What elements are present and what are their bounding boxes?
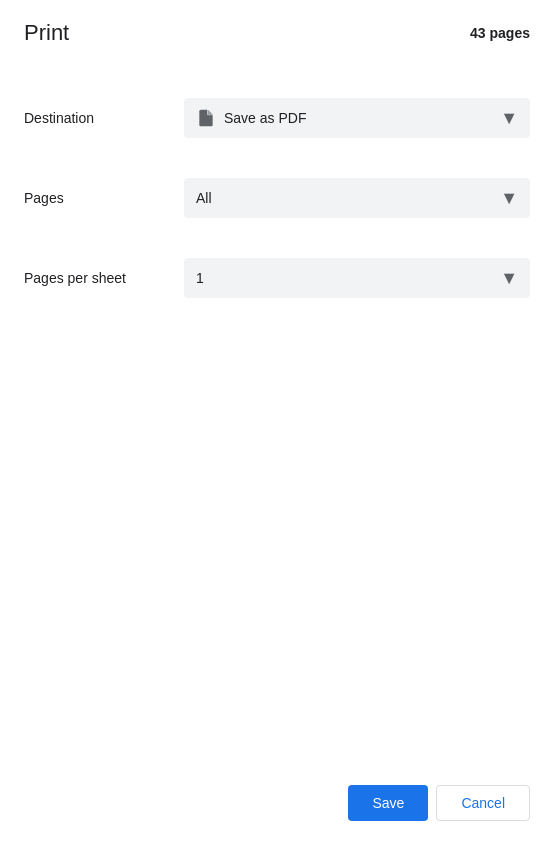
- pages-row: Pages All ▼: [24, 158, 530, 238]
- destination-value: Save as PDF: [224, 110, 492, 126]
- pages-dropdown[interactable]: All ▼: [184, 178, 530, 218]
- pages-per-sheet-label: Pages per sheet: [24, 270, 184, 286]
- destination-row: Destination Save as PDF ▼: [24, 78, 530, 158]
- pages-per-sheet-dropdown-arrow: ▼: [500, 268, 518, 289]
- pages-per-sheet-row: Pages per sheet 1 ▼: [24, 238, 530, 318]
- pages-per-sheet-value: 1: [196, 270, 500, 286]
- print-form: Destination Save as PDF ▼ Pages All ▼: [24, 78, 530, 318]
- save-button[interactable]: Save: [348, 785, 428, 821]
- pages-dropdown-arrow: ▼: [500, 188, 518, 209]
- pages-per-sheet-dropdown[interactable]: 1 ▼: [184, 258, 530, 298]
- destination-label: Destination: [24, 110, 184, 126]
- destination-dropdown[interactable]: Save as PDF ▼: [184, 98, 530, 138]
- pdf-icon: [196, 108, 216, 128]
- cancel-button[interactable]: Cancel: [436, 785, 530, 821]
- print-footer: Save Cancel: [348, 785, 530, 821]
- page-count: 43 pages: [470, 25, 530, 41]
- print-dialog: Print 43 pages Destination Save as PDF ▼…: [0, 0, 554, 853]
- print-header: Print 43 pages: [24, 20, 530, 46]
- pages-value: All: [196, 190, 500, 206]
- pages-label: Pages: [24, 190, 184, 206]
- print-title: Print: [24, 20, 69, 46]
- destination-dropdown-arrow: ▼: [500, 108, 518, 129]
